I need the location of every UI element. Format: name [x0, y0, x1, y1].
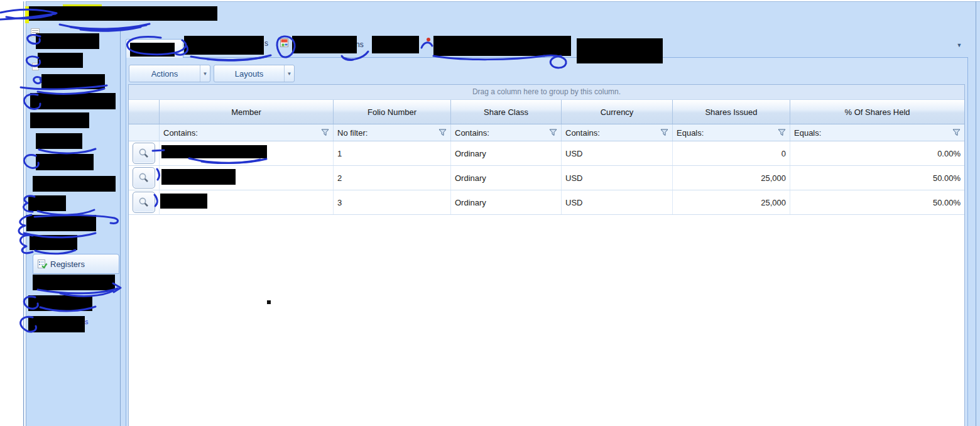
- grid-header-row: Member Folio Number Share Class Currency…: [129, 100, 964, 124]
- actions-button-label[interactable]: Actions: [129, 65, 200, 82]
- sidebar-item-text-remnant: s: [85, 318, 89, 325]
- share-class-cell: Ordinary: [451, 141, 562, 165]
- sidebar-item-redaction[interactable]: [30, 235, 77, 250]
- sidebar-item-redaction[interactable]: [28, 295, 92, 311]
- tab-label-redaction[interactable]: [433, 36, 571, 56]
- shares-issued-cell: 0: [673, 141, 790, 165]
- filter-label: Equals:: [677, 128, 704, 138]
- member-cell: [160, 141, 334, 165]
- filter-label: Equals:: [794, 128, 821, 138]
- sidebar-item-label: Registers: [50, 259, 85, 269]
- filter-label: Contains:: [163, 128, 198, 138]
- column-header-shares-issued[interactable]: Shares Issued: [673, 100, 790, 124]
- sidebar-item-redaction[interactable]: [36, 133, 82, 149]
- filter-cell-indicator: [129, 124, 160, 141]
- filter-cell-folio-number[interactable]: No filter:: [334, 124, 451, 141]
- filter-funnel-icon[interactable]: [952, 129, 961, 136]
- tab-label-redaction[interactable]: [292, 36, 357, 53]
- window-title-redaction: [29, 6, 217, 21]
- column-header-pct-shares-held[interactable]: % Of Shares Held: [790, 100, 964, 124]
- sidebar-item-redaction[interactable]: [30, 93, 116, 109]
- layouts-dropdown-chevron-down-icon[interactable]: ▼: [284, 65, 294, 82]
- members-grid: Drag a column here to group by this colu…: [128, 84, 965, 426]
- search-icon: [138, 197, 150, 208]
- member-name-redaction: [160, 194, 207, 209]
- shares-issued-cell: 25,000: [673, 190, 790, 214]
- sidebar-item-redaction[interactable]: [30, 112, 89, 128]
- column-header-indicator: [129, 100, 160, 124]
- screen-artifact: [267, 300, 271, 304]
- pct-shares-held-cell: 0.00%: [790, 141, 964, 165]
- column-header-member[interactable]: Member: [160, 100, 334, 124]
- grid-filter-row: Contains: No filter: Contains: Contains:…: [129, 124, 964, 141]
- currency-cell: USD: [562, 190, 673, 214]
- sidebar-item-redaction[interactable]: [41, 74, 105, 89]
- search-icon: [138, 172, 150, 183]
- filter-cell-shares-issued[interactable]: Equals:: [673, 124, 790, 141]
- tab-label-redaction[interactable]: [184, 36, 264, 55]
- panel-right-margin: [969, 60, 975, 426]
- sidebar-item-redaction[interactable]: [36, 154, 94, 170]
- search-icon: [138, 148, 150, 159]
- row-detail-cell: [129, 141, 160, 165]
- row-detail-cell: [129, 190, 160, 214]
- share-class-cell: Ordinary: [451, 166, 562, 190]
- group-by-panel[interactable]: Drag a column here to group by this colu…: [129, 85, 964, 100]
- filter-label: No filter:: [337, 128, 368, 138]
- pct-shares-held-cell: 50.00%: [790, 166, 964, 190]
- currency-cell: USD: [562, 166, 673, 190]
- sidebar-item-redaction[interactable]: [38, 53, 83, 68]
- column-header-share-class[interactable]: Share Class: [451, 100, 562, 124]
- member-cell: [160, 190, 334, 214]
- table-row[interactable]: 3 Ordinary USD 25,000 50.00%: [129, 190, 964, 215]
- filter-funnel-icon[interactable]: [321, 129, 329, 136]
- actions-button[interactable]: Actions ▼: [129, 65, 210, 82]
- sidebar-item-redaction[interactable]: [33, 275, 115, 290]
- member-name-redaction: [161, 145, 267, 158]
- open-record-button[interactable]: [133, 143, 155, 164]
- open-record-button[interactable]: [133, 167, 155, 188]
- actions-dropdown-chevron-down-icon[interactable]: ▼: [200, 65, 210, 82]
- tab-text-remnant: s: [264, 39, 268, 48]
- column-header-currency[interactable]: Currency: [562, 100, 673, 124]
- folio-number-cell: 1: [334, 141, 451, 165]
- filter-cell-pct-shares-held[interactable]: Equals:: [790, 124, 964, 141]
- filter-funnel-icon[interactable]: [778, 129, 786, 136]
- sidebar-item-redaction[interactable]: [33, 176, 116, 192]
- member-name-redaction: [161, 169, 236, 185]
- register-list-icon: [37, 259, 48, 270]
- sidebar-item-registers[interactable]: Registers: [33, 254, 119, 274]
- tab-overflow-chevron-down-icon[interactable]: ▼: [952, 40, 966, 50]
- tab-label-redaction[interactable]: [130, 43, 175, 57]
- application-window: Registers s s ns ▼ Actions ▼ Layouts ▼ D…: [0, 0, 980, 426]
- folio-number-cell: 3: [334, 190, 451, 214]
- folio-number-cell: 2: [334, 166, 451, 190]
- tab-label-redaction[interactable]: [372, 36, 419, 53]
- row-detail-cell: [129, 166, 160, 190]
- filter-funnel-icon[interactable]: [660, 129, 668, 136]
- sidebar-item-redaction[interactable]: [28, 316, 85, 332]
- table-row[interactable]: 1 Ordinary USD 0 0.00%: [129, 141, 964, 166]
- filter-cell-share-class[interactable]: Contains:: [451, 124, 562, 141]
- shares-issued-cell: 25,000: [673, 166, 790, 190]
- pct-shares-held-cell: 50.00%: [790, 190, 964, 214]
- filter-cell-member[interactable]: Contains:: [160, 124, 334, 141]
- filter-cell-currency[interactable]: Contains:: [562, 124, 673, 141]
- tab-label-redaction[interactable]: [577, 38, 663, 63]
- layouts-button-label[interactable]: Layouts: [214, 65, 284, 82]
- member-cell: [160, 166, 334, 190]
- tab-icon: [280, 37, 289, 51]
- filter-label: Contains:: [455, 128, 489, 138]
- sidebar-item-redaction[interactable]: [28, 195, 66, 211]
- layouts-button[interactable]: Layouts ▼: [214, 65, 295, 82]
- sidebar-item-redaction[interactable]: [26, 215, 96, 231]
- filter-label: Contains:: [565, 128, 600, 138]
- sidebar-item-redaction[interactable]: [36, 33, 99, 49]
- table-row[interactable]: 2 Ordinary USD 25,000 50.00%: [129, 166, 964, 190]
- currency-cell: USD: [562, 141, 673, 165]
- filter-funnel-icon[interactable]: [549, 129, 557, 136]
- open-record-button[interactable]: [133, 192, 155, 213]
- window-right-border: [976, 1, 976, 426]
- filter-funnel-icon[interactable]: [438, 129, 447, 136]
- column-header-folio-number[interactable]: Folio Number: [334, 100, 451, 124]
